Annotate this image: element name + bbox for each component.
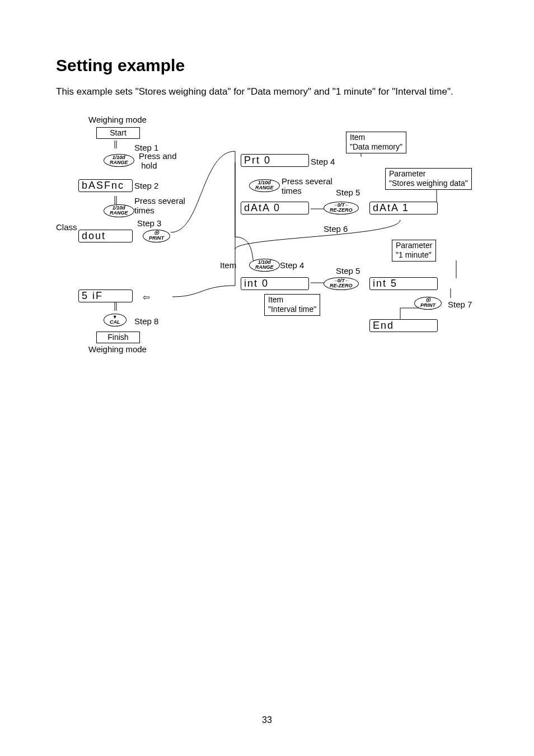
lcd-dout: dout bbox=[78, 230, 133, 242]
range-button-3: 1/10d RANGE bbox=[249, 179, 280, 192]
finish-box: Finish bbox=[96, 332, 140, 344]
range-button-2: 1/10d RANGE bbox=[104, 204, 134, 217]
press-several-lbl-1: Press several times bbox=[134, 196, 185, 215]
step5-label-a: Step 5 bbox=[336, 188, 360, 197]
step2-label: Step 2 bbox=[134, 181, 158, 190]
rezero-button-2: →0/T← RE-ZERO bbox=[324, 277, 359, 290]
print-lbl-2: PRINT bbox=[420, 302, 435, 308]
lcd-data-1: dAtA 1 bbox=[369, 202, 438, 214]
step6-label: Step 6 bbox=[324, 224, 348, 234]
data-memory-callout: Item "Data memory" bbox=[346, 132, 406, 153]
step5-label-b: Step 5 bbox=[336, 266, 360, 276]
interval-time-callout: Item "Interval time" bbox=[264, 294, 320, 316]
intro-paragraph: This example sets "Stores weighing data"… bbox=[56, 85, 484, 99]
page-number: 33 bbox=[0, 715, 534, 725]
lcd-prt-0: Prt 0 bbox=[241, 154, 309, 167]
range-button-1: 1/10d RANGE bbox=[104, 154, 134, 167]
class-label: Class bbox=[56, 222, 77, 232]
step4-label-a: Step 4 bbox=[311, 157, 335, 166]
lcd-basfnc: bASFnc bbox=[78, 179, 133, 192]
weighing-mode-label-top: Weighing mode bbox=[88, 115, 147, 124]
weighing-mode-label-bottom: Weighing mode bbox=[88, 344, 147, 354]
press-several-lbl-2: Press several times bbox=[282, 176, 332, 195]
lcd-end: End bbox=[369, 319, 438, 332]
lcd-data-0: dAtA 0 bbox=[241, 202, 309, 214]
print-button-step3: ⦿PRINT bbox=[143, 230, 170, 242]
page-title: Setting example bbox=[56, 56, 484, 75]
press-hold-label: Press and hold bbox=[139, 151, 177, 170]
item-label: Item bbox=[220, 260, 236, 270]
rezero-button-1: →0/T← RE-ZERO bbox=[324, 202, 359, 214]
setting-diagram: Weighing mode Start Step 1 1/10d RANGE P… bbox=[56, 115, 509, 350]
stores-callout: Parameter "Stores weighing data" bbox=[385, 168, 472, 190]
print-button-step7: ⦿PRINT bbox=[414, 297, 442, 310]
print-lbl: PRINT bbox=[149, 235, 164, 241]
lcd-sif: 5 iF bbox=[78, 290, 133, 302]
step4-label-b: Step 4 bbox=[280, 260, 304, 270]
lcd-int-5: int 5 bbox=[369, 277, 438, 290]
start-box: Start bbox=[96, 127, 140, 139]
step7-label: Step 7 bbox=[448, 300, 472, 309]
lcd-int-0: int 0 bbox=[241, 277, 309, 290]
one-minute-callout: Parameter "1 minute" bbox=[392, 240, 436, 262]
cal-button: ▼ CAL bbox=[104, 314, 127, 326]
step8-label: Step 8 bbox=[134, 316, 158, 326]
range-button-4: 1/10d RANGE bbox=[249, 259, 280, 272]
arrow-left-icon bbox=[143, 292, 150, 302]
step3-label: Step 3 bbox=[137, 218, 161, 228]
